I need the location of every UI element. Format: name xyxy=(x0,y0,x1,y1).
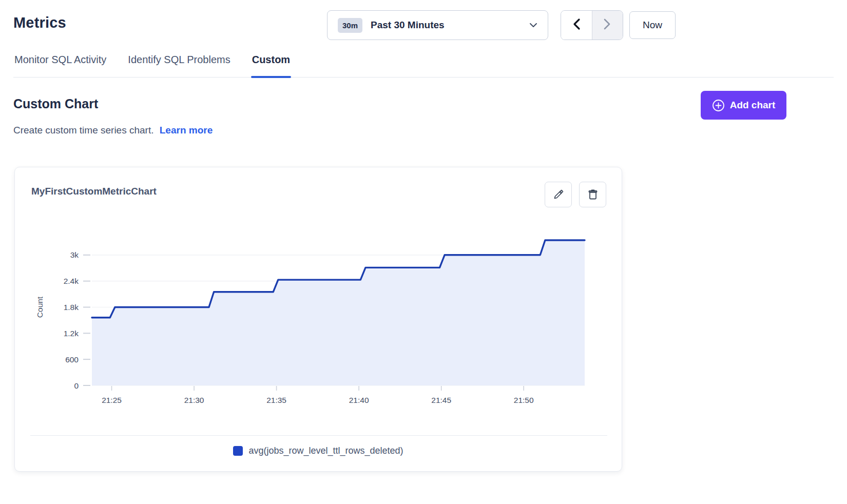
svg-text:Count: Count xyxy=(35,296,44,318)
custom-chart-card: MyFirstCustomMetricChart xyxy=(14,167,622,472)
custom-chart-area[interactable]: 06001.2k1.8k2.4k3k21:2521:3021:3521:4021… xyxy=(30,215,605,405)
svg-text:21:50: 21:50 xyxy=(514,396,534,404)
legend-item[interactable]: avg(jobs_row_level_ttl_rows_deleted) xyxy=(15,445,622,456)
add-chart-button[interactable]: Add chart xyxy=(701,91,786,120)
add-chart-label: Add chart xyxy=(730,100,776,111)
svg-text:21:35: 21:35 xyxy=(266,396,286,404)
next-time-button-disabled[interactable] xyxy=(592,11,623,40)
chart-actions xyxy=(545,182,606,207)
time-range-badge: 30m xyxy=(338,18,362,33)
section-title: Custom Chart xyxy=(13,96,98,111)
prev-time-button[interactable] xyxy=(561,11,592,40)
series-label: avg(jobs_row_level_ttl_rows_deleted) xyxy=(248,445,403,456)
delete-chart-button[interactable] xyxy=(579,182,606,207)
now-button[interactable]: Now xyxy=(629,11,676,39)
svg-text:1.2k: 1.2k xyxy=(64,329,79,338)
svg-text:21:45: 21:45 xyxy=(431,396,451,404)
chevron-right-icon xyxy=(603,18,611,32)
edit-chart-button[interactable] xyxy=(545,182,572,207)
tab-custom[interactable]: Custom xyxy=(251,53,291,77)
svg-text:3k: 3k xyxy=(70,250,79,259)
svg-text:0: 0 xyxy=(74,381,79,390)
metrics-page: Metrics 30m Past 30 Minutes Now Monitor … xyxy=(0,0,847,504)
svg-text:600: 600 xyxy=(65,355,79,364)
section-description-text: Create custom time series chart. xyxy=(13,125,153,135)
custom-chart-svg: 06001.2k1.8k2.4k3k21:2521:3021:3521:4021… xyxy=(30,215,605,405)
series-swatch-icon xyxy=(233,446,243,456)
svg-text:21:30: 21:30 xyxy=(184,396,204,404)
chart-title: MyFirstCustomMetricChart xyxy=(31,186,157,197)
svg-text:21:40: 21:40 xyxy=(349,396,369,404)
tab-identify-sql-problems[interactable]: Identify SQL Problems xyxy=(127,53,231,77)
plus-circle-icon xyxy=(712,99,725,112)
learn-more-link[interactable]: Learn more xyxy=(160,125,213,135)
tab-monitor-sql-activity[interactable]: Monitor SQL Activity xyxy=(13,53,107,77)
svg-text:2.4k: 2.4k xyxy=(64,277,79,285)
section-description: Create custom time series chart. Learn m… xyxy=(13,125,213,136)
trash-icon xyxy=(587,189,599,200)
chevron-left-icon xyxy=(572,18,581,32)
time-range-label: Past 30 Minutes xyxy=(371,20,445,31)
legend-divider xyxy=(30,435,607,436)
chevron-down-icon xyxy=(529,23,537,28)
page-title: Metrics xyxy=(13,14,66,31)
svg-text:1.8k: 1.8k xyxy=(64,303,79,312)
time-nav-group xyxy=(561,10,623,40)
time-range-dropdown[interactable]: 30m Past 30 Minutes xyxy=(327,10,548,40)
svg-text:21:25: 21:25 xyxy=(102,396,122,404)
metrics-tabbar: Monitor SQL Activity Identify SQL Proble… xyxy=(13,53,834,77)
pencil-icon xyxy=(553,189,564,200)
